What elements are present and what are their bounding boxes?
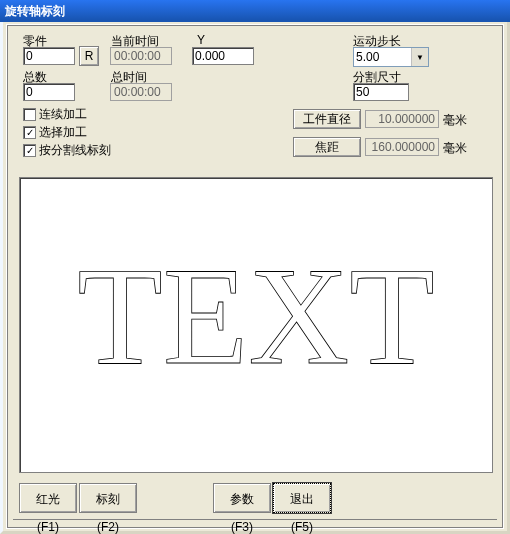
y-label: Y: [197, 33, 205, 47]
exit-button[interactable]: 退出(F5): [273, 483, 331, 513]
step-combo[interactable]: 5.00 ▼: [353, 47, 429, 67]
checkbox-icon: ✓: [23, 144, 36, 157]
diameter-unit: 毫米: [443, 112, 467, 129]
step-value: 5.00: [356, 50, 379, 64]
checkbox-icon: [23, 108, 36, 121]
preview-text-icon: TEXT: [36, 235, 476, 415]
part-input[interactable]: [23, 47, 75, 65]
red-light-button[interactable]: 红光(F1): [19, 483, 77, 513]
client-inner: 零件 R 当前时间 00:00:00 总数 总时间 00:00:00 Y 运动步…: [6, 24, 504, 529]
total-input[interactable]: [23, 83, 75, 101]
cur-time-value: 00:00:00: [110, 47, 172, 65]
svg-text:TEXT: TEXT: [77, 238, 435, 393]
diameter-button[interactable]: 工件直径: [293, 109, 361, 129]
preview-canvas: TEXT: [19, 177, 493, 473]
focal-unit: 毫米: [443, 140, 467, 157]
continuous-checkbox[interactable]: 连续加工: [23, 107, 87, 122]
chevron-down-icon: ▼: [411, 48, 428, 66]
select-label: 选择加工: [39, 124, 87, 141]
param-button[interactable]: 参数(F3): [213, 483, 271, 513]
focal-value: 160.000000: [365, 138, 439, 156]
mark-button[interactable]: 标刻(F2): [79, 483, 137, 513]
total-time-value: 00:00:00: [110, 83, 172, 101]
diameter-value: 10.000000: [365, 110, 439, 128]
bottom-bar: 红光(F1) 标刻(F2) 参数(F3) 退出(F5): [13, 479, 497, 520]
r-button[interactable]: R: [79, 46, 99, 66]
y-input[interactable]: [192, 47, 254, 65]
focal-button[interactable]: 焦距: [293, 137, 361, 157]
client-area: 零件 R 当前时间 00:00:00 总数 总时间 00:00:00 Y 运动步…: [0, 22, 510, 534]
continuous-label: 连续加工: [39, 106, 87, 123]
window: 旋转轴标刻 零件 R 当前时间 00:00:00 总数 总时间 00:00:00…: [0, 0, 510, 534]
window-title: 旋转轴标刻: [5, 3, 65, 20]
splitmark-label: 按分割线标刻: [39, 142, 111, 159]
splitmark-checkbox[interactable]: ✓ 按分割线标刻: [23, 143, 111, 158]
select-checkbox[interactable]: ✓ 选择加工: [23, 125, 87, 140]
checkbox-icon: ✓: [23, 126, 36, 139]
split-input[interactable]: [353, 83, 409, 101]
titlebar: 旋转轴标刻: [0, 0, 510, 23]
